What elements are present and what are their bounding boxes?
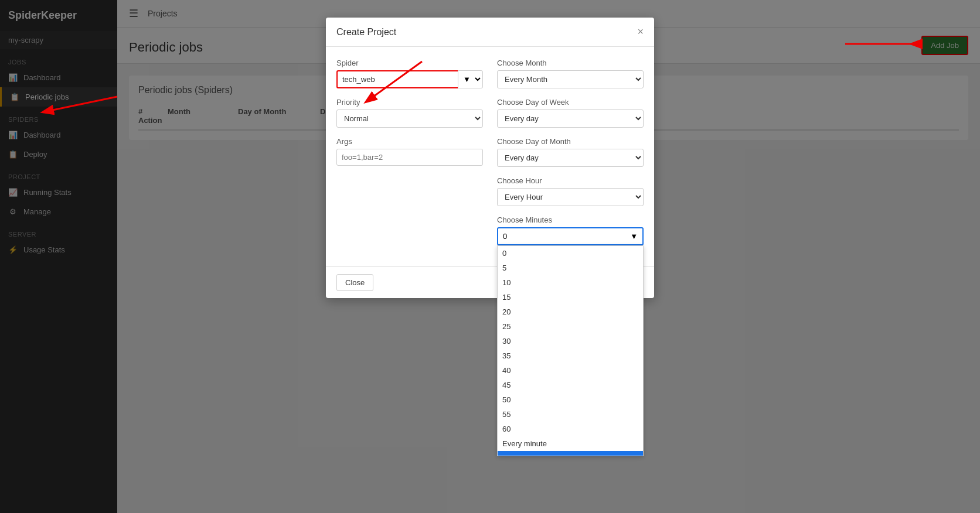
minutes-option-30[interactable]: 30 <box>498 334 643 348</box>
modal-title: Create Project <box>336 27 396 37</box>
choose-dow-select[interactable]: Every day <box>497 110 644 128</box>
choose-minutes-label: Choose Minutes <box>497 216 644 224</box>
choose-month-label: Choose Month <box>497 59 644 67</box>
create-project-modal: Create Project × Spider ▼ Priority <box>326 18 654 298</box>
args-group: Args <box>336 137 483 166</box>
spider-select[interactable]: ▼ <box>458 70 483 88</box>
priority-label: Priority <box>336 98 483 107</box>
minutes-option-25[interactable]: 25 <box>498 319 643 334</box>
modal-close-button[interactable]: × <box>637 26 644 38</box>
minutes-option-50[interactable]: 50 <box>498 392 643 407</box>
close-modal-button[interactable]: Close <box>336 274 373 291</box>
spider-input-wrap: ▼ <box>336 70 483 88</box>
minutes-option-35[interactable]: 35 <box>498 348 643 363</box>
choose-dow-group: Choose Day of Week Every day <box>497 98 644 128</box>
minutes-option-40[interactable]: 40 <box>498 363 643 378</box>
minutes-option-0[interactable]: 0 <box>498 246 643 261</box>
spider-group: Spider ▼ <box>336 59 483 88</box>
choose-hour-label: Choose Hour <box>497 176 644 185</box>
choose-dow-label: Choose Day of Week <box>497 98 644 107</box>
minutes-option-45[interactable]: 45 <box>498 378 643 392</box>
spider-input[interactable] <box>336 70 458 88</box>
chevron-down-icon: ▼ <box>630 232 638 241</box>
choose-minutes-select-box[interactable]: 0 ▼ <box>497 227 644 245</box>
minutes-option-every-minute[interactable]: Every minute <box>498 436 643 451</box>
choose-minutes-group: Choose Minutes 0 ▼ 0 5 10 15 20 25 30 35 <box>497 216 644 245</box>
minutes-dropdown-list: 0 5 10 15 20 25 30 35 40 45 50 55 60 Eve… <box>497 245 644 456</box>
modal-body: Spider ▼ Priority Normal Low High <box>326 47 654 266</box>
choose-dom-group: Choose Day of Month Every day <box>497 137 644 167</box>
choose-dom-select[interactable]: Every day <box>497 149 644 167</box>
minutes-selected-value: 0 <box>503 232 507 241</box>
minutes-option-10[interactable]: 10 <box>498 275 643 290</box>
choose-month-select[interactable]: Every Month <box>497 70 644 88</box>
choose-month-group: Choose Month Every Month <box>497 59 644 88</box>
minutes-option-60[interactable]: 60 <box>498 422 643 436</box>
priority-select[interactable]: Normal Low High <box>336 110 483 128</box>
choose-hour-group: Choose Hour Every Hour <box>497 176 644 206</box>
modal-overlay: Create Project × Spider ▼ Priority <box>0 0 980 513</box>
args-input[interactable] <box>336 149 483 166</box>
priority-group: Priority Normal Low High <box>336 98 483 128</box>
modal-right: Choose Month Every Month Choose Day of W… <box>497 59 644 255</box>
modal-left: Spider ▼ Priority Normal Low High <box>336 59 483 255</box>
args-label: Args <box>336 137 483 146</box>
minutes-option-5[interactable]: 5 <box>498 261 643 275</box>
minutes-option-20[interactable]: 20 <box>498 305 643 319</box>
choose-dom-label: Choose Day of Month <box>497 137 644 146</box>
choose-hour-select[interactable]: Every Hour <box>497 188 644 206</box>
minutes-option-15[interactable]: 15 <box>498 290 643 305</box>
modal-header: Create Project × <box>326 18 654 47</box>
minutes-option-every-2-minute[interactable]: Every 2 minute <box>498 451 643 456</box>
spider-label: Spider <box>336 59 483 67</box>
minutes-option-55[interactable]: 55 <box>498 407 643 422</box>
